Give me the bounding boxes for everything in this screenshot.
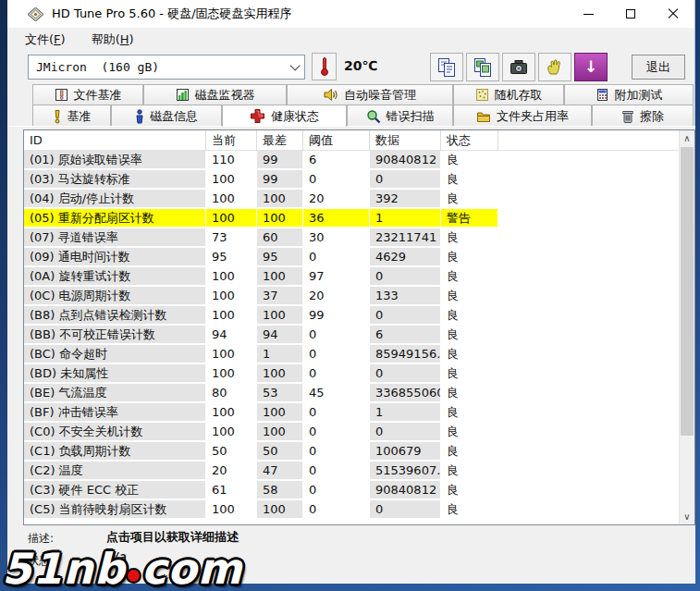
- scroll-down-icon[interactable]: ∨: [680, 509, 694, 524]
- health-tab-panel: ID 当前 最差 阈值 数据 状态 (01) 原始读取错误率1109969084…: [7, 126, 695, 584]
- save-button[interactable]: [538, 53, 571, 81]
- menu-help[interactable]: 帮助(H): [88, 30, 138, 50]
- column-header-threshold[interactable]: 阈值: [303, 130, 370, 151]
- cell-id: (C5) 当前待映射扇区计数: [24, 500, 206, 519]
- cell-id: (05) 重新分配扇区计数: [24, 209, 206, 228]
- cell-worst: 100: [257, 500, 303, 519]
- cell-worst: 100: [257, 364, 303, 383]
- table-row[interactable]: (BD) 未知属性10010000良: [24, 364, 679, 384]
- table-row[interactable]: (BB) 不可校正错误计数949406良: [24, 326, 679, 345]
- table-row[interactable]: (01) 原始读取错误率11099690840812良: [24, 151, 679, 170]
- tab-folder-usage[interactable]: 文件夹占用率: [453, 105, 592, 127]
- table-scrollbar[interactable]: ∧ ∨: [679, 130, 694, 524]
- cell-current: 61: [206, 481, 257, 499]
- tab-error-scan[interactable]: 错误扫描: [347, 105, 453, 127]
- table-row[interactable]: (C5) 当前待映射扇区计数10010000良: [24, 500, 679, 520]
- cell-current: 100: [206, 287, 257, 305]
- cell-status: 良: [441, 423, 498, 441]
- tab-row-top: 文件基准 磁盘监视器 自动噪音管理: [32, 84, 694, 105]
- watermark: 51nbcom: [2, 544, 243, 591]
- table-row[interactable]: (0C) 电源周期计数1003720133良: [24, 287, 679, 306]
- cell-id: (07) 寻道错误率: [24, 228, 206, 247]
- tab-erase[interactable]: 擦除: [592, 105, 694, 127]
- minimize-button[interactable]: [567, 0, 609, 28]
- table-row[interactable]: (C3) 硬件 ECC 校正6158090840812良: [24, 481, 679, 500]
- tab-health[interactable]: 健康状态: [222, 105, 347, 127]
- drive-select[interactable]: JMicron (160 gB): [28, 55, 305, 80]
- maximize-button[interactable]: [609, 0, 652, 28]
- cell-current: 100: [206, 345, 257, 363]
- chevron-down-icon: [289, 60, 300, 70]
- cell-id: (C2) 温度: [24, 462, 206, 480]
- tab-disk-monitor[interactable]: 磁盘监视器: [143, 84, 287, 105]
- table-row[interactable]: (BF) 冲击错误率10010001良: [24, 403, 679, 423]
- column-header-data[interactable]: 数据: [370, 130, 441, 151]
- cell-threshold: 45: [303, 384, 370, 402]
- cell-current: 100: [206, 500, 257, 519]
- menu-file[interactable]: 文件(F): [21, 30, 69, 50]
- disk-info-icon: [135, 109, 144, 124]
- table-row[interactable]: (C2) 温度2047051539607...良: [24, 462, 679, 481]
- health-shortcut-button[interactable]: ↓: [574, 53, 608, 81]
- table-row[interactable]: (BE) 气流温度805345336855060良: [24, 384, 679, 403]
- table-row[interactable]: (0A) 旋转重试计数100100970良: [24, 267, 679, 287]
- cell-status: 良: [441, 364, 498, 383]
- temperature-button[interactable]: [312, 53, 337, 80]
- cell-worst: 58: [257, 481, 303, 499]
- close-button[interactable]: [652, 0, 694, 28]
- cell-status: 良: [441, 403, 498, 422]
- window-title: HD Tune Pro 5.60 - 硬盘/固态硬盘实用程序: [52, 6, 292, 22]
- drive-select-value: JMicron (160 gB): [36, 60, 159, 74]
- disk-monitor-icon: [176, 88, 190, 102]
- table-row[interactable]: (C0) 不安全关机计数10010000良: [24, 423, 679, 442]
- cell-threshold: 0: [303, 345, 370, 363]
- cell-data: 133: [370, 287, 441, 305]
- table-row[interactable]: (09) 通电时间计数959504629良: [24, 248, 679, 267]
- copy-image-button[interactable]: [466, 53, 499, 81]
- cell-id: (C0) 不安全关机计数: [24, 423, 206, 441]
- tab-file-benchmark[interactable]: 文件基准: [32, 84, 143, 105]
- cell-worst: 95: [257, 248, 303, 266]
- cell-threshold: 30: [303, 228, 370, 247]
- table-row[interactable]: (04) 启动/停止计数10010020392良: [24, 190, 679, 209]
- table-row[interactable]: (B8) 点到点错误检测计数100100990良: [24, 306, 679, 326]
- cell-id: (B8) 点到点错误检测计数: [24, 306, 206, 325]
- scroll-up-icon[interactable]: ∧: [680, 130, 694, 146]
- table-row[interactable]: (07) 寻道错误率73603023211741良: [24, 228, 679, 248]
- cell-data: 0: [370, 170, 441, 189]
- column-header-status[interactable]: 状态: [441, 130, 498, 151]
- column-header-current[interactable]: 当前: [206, 130, 257, 151]
- cell-worst: 1: [257, 345, 303, 363]
- tab-aam[interactable]: 自动噪音管理: [287, 84, 453, 105]
- column-header-id[interactable]: ID: [24, 130, 206, 151]
- table-row[interactable]: (BC) 命令超时1001085949156...良: [24, 345, 679, 364]
- cell-status: 良: [441, 267, 498, 286]
- cell-status: 良: [441, 481, 498, 499]
- cell-data: 85949156...: [370, 345, 441, 363]
- cell-threshold: 20: [303, 190, 370, 208]
- cell-current: 50: [206, 442, 257, 461]
- exit-button[interactable]: 退出: [632, 55, 685, 80]
- cell-worst: 50: [257, 442, 303, 461]
- copy-text-button[interactable]: [430, 53, 463, 81]
- scrollbar-thumb[interactable]: [681, 147, 694, 436]
- cell-worst: 100: [257, 209, 303, 228]
- tab-disk-info[interactable]: 磁盘信息: [111, 105, 222, 127]
- extra-tests-icon: [596, 88, 609, 102]
- cell-data: 100679: [370, 442, 441, 461]
- column-header-worst[interactable]: 最差: [257, 130, 303, 151]
- screenshot-button[interactable]: [502, 53, 535, 81]
- cell-data: 90840812: [370, 151, 441, 169]
- tab-extra-tests[interactable]: 附加测试: [564, 84, 694, 105]
- cell-id: (0C) 电源周期计数: [24, 287, 206, 305]
- cell-threshold: 0: [303, 462, 370, 480]
- cell-id: (BE) 气流温度: [24, 384, 206, 402]
- tab-benchmark[interactable]: 基准: [32, 105, 111, 127]
- cell-status: 警告: [441, 209, 498, 228]
- table-row[interactable]: (C1) 负载周期计数50500100679良: [24, 442, 679, 462]
- cell-status: 良: [441, 170, 498, 189]
- cell-worst: 100: [257, 267, 303, 286]
- table-row[interactable]: (03) 马达旋转标准1009900良: [24, 170, 679, 190]
- table-row[interactable]: (05) 重新分配扇区计数100100361警告: [24, 209, 679, 228]
- tab-random-access[interactable]: 随机存取: [453, 84, 564, 105]
